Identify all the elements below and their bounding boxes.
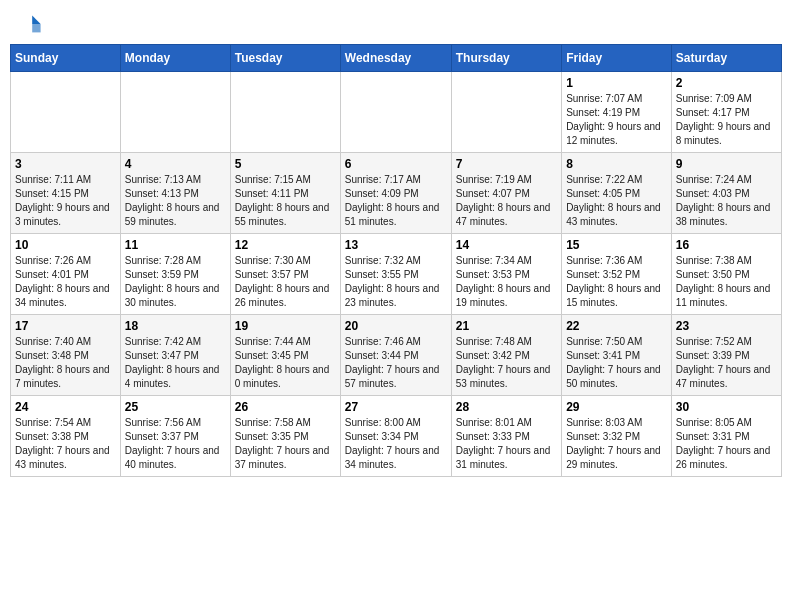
day-number: 14	[456, 238, 557, 252]
day-header-saturday: Saturday	[671, 45, 781, 72]
calendar-cell	[11, 72, 121, 153]
week-row-4: 17Sunrise: 7:40 AM Sunset: 3:48 PM Dayli…	[11, 315, 782, 396]
calendar-cell: 19Sunrise: 7:44 AM Sunset: 3:45 PM Dayli…	[230, 315, 340, 396]
day-info: Sunrise: 7:56 AM Sunset: 3:37 PM Dayligh…	[125, 416, 226, 472]
day-number: 15	[566, 238, 667, 252]
day-header-sunday: Sunday	[11, 45, 121, 72]
day-number: 28	[456, 400, 557, 414]
calendar-cell	[340, 72, 451, 153]
day-number: 1	[566, 76, 667, 90]
day-number: 30	[676, 400, 777, 414]
calendar-cell: 27Sunrise: 8:00 AM Sunset: 3:34 PM Dayli…	[340, 396, 451, 477]
day-number: 23	[676, 319, 777, 333]
calendar-cell: 9Sunrise: 7:24 AM Sunset: 4:03 PM Daylig…	[671, 153, 781, 234]
day-info: Sunrise: 7:58 AM Sunset: 3:35 PM Dayligh…	[235, 416, 336, 472]
calendar-cell: 7Sunrise: 7:19 AM Sunset: 4:07 PM Daylig…	[451, 153, 561, 234]
calendar-cell: 25Sunrise: 7:56 AM Sunset: 3:37 PM Dayli…	[120, 396, 230, 477]
page-header	[10, 10, 782, 38]
day-info: Sunrise: 7:52 AM Sunset: 3:39 PM Dayligh…	[676, 335, 777, 391]
day-info: Sunrise: 7:15 AM Sunset: 4:11 PM Dayligh…	[235, 173, 336, 229]
day-number: 6	[345, 157, 447, 171]
day-info: Sunrise: 7:09 AM Sunset: 4:17 PM Dayligh…	[676, 92, 777, 148]
day-number: 12	[235, 238, 336, 252]
day-number: 24	[15, 400, 116, 414]
day-info: Sunrise: 7:36 AM Sunset: 3:52 PM Dayligh…	[566, 254, 667, 310]
day-info: Sunrise: 7:38 AM Sunset: 3:50 PM Dayligh…	[676, 254, 777, 310]
day-info: Sunrise: 7:42 AM Sunset: 3:47 PM Dayligh…	[125, 335, 226, 391]
day-info: Sunrise: 8:05 AM Sunset: 3:31 PM Dayligh…	[676, 416, 777, 472]
calendar-cell: 3Sunrise: 7:11 AM Sunset: 4:15 PM Daylig…	[11, 153, 121, 234]
day-info: Sunrise: 8:00 AM Sunset: 3:34 PM Dayligh…	[345, 416, 447, 472]
day-header-wednesday: Wednesday	[340, 45, 451, 72]
day-header-friday: Friday	[562, 45, 672, 72]
calendar-cell: 15Sunrise: 7:36 AM Sunset: 3:52 PM Dayli…	[562, 234, 672, 315]
calendar-cell: 12Sunrise: 7:30 AM Sunset: 3:57 PM Dayli…	[230, 234, 340, 315]
day-info: Sunrise: 7:13 AM Sunset: 4:13 PM Dayligh…	[125, 173, 226, 229]
day-number: 4	[125, 157, 226, 171]
day-number: 2	[676, 76, 777, 90]
day-info: Sunrise: 7:19 AM Sunset: 4:07 PM Dayligh…	[456, 173, 557, 229]
calendar-cell: 28Sunrise: 8:01 AM Sunset: 3:33 PM Dayli…	[451, 396, 561, 477]
day-info: Sunrise: 7:28 AM Sunset: 3:59 PM Dayligh…	[125, 254, 226, 310]
day-number: 8	[566, 157, 667, 171]
week-row-3: 10Sunrise: 7:26 AM Sunset: 4:01 PM Dayli…	[11, 234, 782, 315]
day-info: Sunrise: 7:44 AM Sunset: 3:45 PM Dayligh…	[235, 335, 336, 391]
calendar-cell: 14Sunrise: 7:34 AM Sunset: 3:53 PM Dayli…	[451, 234, 561, 315]
day-number: 29	[566, 400, 667, 414]
day-number: 20	[345, 319, 447, 333]
calendar-cell	[120, 72, 230, 153]
day-number: 26	[235, 400, 336, 414]
calendar-cell: 23Sunrise: 7:52 AM Sunset: 3:39 PM Dayli…	[671, 315, 781, 396]
calendar-cell: 30Sunrise: 8:05 AM Sunset: 3:31 PM Dayli…	[671, 396, 781, 477]
day-number: 19	[235, 319, 336, 333]
calendar-cell: 5Sunrise: 7:15 AM Sunset: 4:11 PM Daylig…	[230, 153, 340, 234]
calendar-cell	[451, 72, 561, 153]
day-info: Sunrise: 7:07 AM Sunset: 4:19 PM Dayligh…	[566, 92, 667, 148]
calendar-body: 1Sunrise: 7:07 AM Sunset: 4:19 PM Daylig…	[11, 72, 782, 477]
day-number: 13	[345, 238, 447, 252]
day-number: 27	[345, 400, 447, 414]
day-info: Sunrise: 7:32 AM Sunset: 3:55 PM Dayligh…	[345, 254, 447, 310]
logo	[14, 10, 44, 38]
day-info: Sunrise: 7:50 AM Sunset: 3:41 PM Dayligh…	[566, 335, 667, 391]
calendar-cell: 10Sunrise: 7:26 AM Sunset: 4:01 PM Dayli…	[11, 234, 121, 315]
day-info: Sunrise: 7:24 AM Sunset: 4:03 PM Dayligh…	[676, 173, 777, 229]
calendar-cell: 2Sunrise: 7:09 AM Sunset: 4:17 PM Daylig…	[671, 72, 781, 153]
day-number: 7	[456, 157, 557, 171]
week-row-2: 3Sunrise: 7:11 AM Sunset: 4:15 PM Daylig…	[11, 153, 782, 234]
day-number: 11	[125, 238, 226, 252]
day-info: Sunrise: 7:11 AM Sunset: 4:15 PM Dayligh…	[15, 173, 116, 229]
day-number: 16	[676, 238, 777, 252]
calendar-cell: 13Sunrise: 7:32 AM Sunset: 3:55 PM Dayli…	[340, 234, 451, 315]
calendar: SundayMondayTuesdayWednesdayThursdayFrid…	[10, 44, 782, 477]
calendar-cell	[230, 72, 340, 153]
calendar-cell: 8Sunrise: 7:22 AM Sunset: 4:05 PM Daylig…	[562, 153, 672, 234]
day-info: Sunrise: 7:30 AM Sunset: 3:57 PM Dayligh…	[235, 254, 336, 310]
calendar-cell: 6Sunrise: 7:17 AM Sunset: 4:09 PM Daylig…	[340, 153, 451, 234]
day-info: Sunrise: 8:01 AM Sunset: 3:33 PM Dayligh…	[456, 416, 557, 472]
day-info: Sunrise: 7:22 AM Sunset: 4:05 PM Dayligh…	[566, 173, 667, 229]
calendar-cell: 4Sunrise: 7:13 AM Sunset: 4:13 PM Daylig…	[120, 153, 230, 234]
day-number: 3	[15, 157, 116, 171]
calendar-cell: 20Sunrise: 7:46 AM Sunset: 3:44 PM Dayli…	[340, 315, 451, 396]
calendar-cell: 29Sunrise: 8:03 AM Sunset: 3:32 PM Dayli…	[562, 396, 672, 477]
day-header-tuesday: Tuesday	[230, 45, 340, 72]
calendar-cell: 22Sunrise: 7:50 AM Sunset: 3:41 PM Dayli…	[562, 315, 672, 396]
day-number: 18	[125, 319, 226, 333]
day-number: 25	[125, 400, 226, 414]
day-info: Sunrise: 7:34 AM Sunset: 3:53 PM Dayligh…	[456, 254, 557, 310]
day-info: Sunrise: 7:17 AM Sunset: 4:09 PM Dayligh…	[345, 173, 447, 229]
day-info: Sunrise: 7:46 AM Sunset: 3:44 PM Dayligh…	[345, 335, 447, 391]
day-number: 21	[456, 319, 557, 333]
day-header-monday: Monday	[120, 45, 230, 72]
calendar-header-row: SundayMondayTuesdayWednesdayThursdayFrid…	[11, 45, 782, 72]
day-info: Sunrise: 7:54 AM Sunset: 3:38 PM Dayligh…	[15, 416, 116, 472]
calendar-cell: 24Sunrise: 7:54 AM Sunset: 3:38 PM Dayli…	[11, 396, 121, 477]
calendar-cell: 17Sunrise: 7:40 AM Sunset: 3:48 PM Dayli…	[11, 315, 121, 396]
calendar-cell: 26Sunrise: 7:58 AM Sunset: 3:35 PM Dayli…	[230, 396, 340, 477]
day-number: 9	[676, 157, 777, 171]
day-info: Sunrise: 7:48 AM Sunset: 3:42 PM Dayligh…	[456, 335, 557, 391]
calendar-cell: 16Sunrise: 7:38 AM Sunset: 3:50 PM Dayli…	[671, 234, 781, 315]
week-row-5: 24Sunrise: 7:54 AM Sunset: 3:38 PM Dayli…	[11, 396, 782, 477]
calendar-cell: 1Sunrise: 7:07 AM Sunset: 4:19 PM Daylig…	[562, 72, 672, 153]
